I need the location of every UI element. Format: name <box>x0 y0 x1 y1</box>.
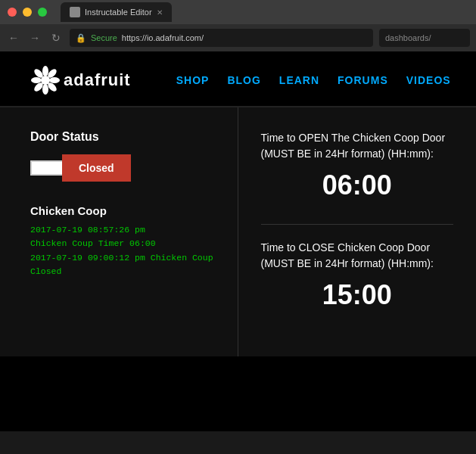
browser-titlebar: Instructable Editor ✕ <box>0 0 476 24</box>
secure-icon: 🔒 <box>76 33 86 43</box>
door-toggle: Closed <box>30 154 215 182</box>
open-time-label: Time to OPEN The Chicken Coop Door (MUST… <box>261 130 454 162</box>
active-tab[interactable]: Instructable Editor ✕ <box>61 2 172 22</box>
dashboard: Door Status Closed Chicken Coop 2017-07-… <box>0 107 476 356</box>
url-text: https://io.adafruit.com/ <box>122 33 204 42</box>
nav-videos[interactable]: VIDEOS <box>406 74 451 86</box>
close-time-label: Time to CLOSE Chicken Coop Door (MUST BE… <box>261 240 454 272</box>
forward-button[interactable]: → <box>27 32 42 44</box>
traffic-light-close[interactable] <box>8 8 17 17</box>
open-time-value: 06:00 <box>261 169 454 201</box>
right-panel: Time to OPEN The Chicken Coop Door (MUST… <box>238 107 477 356</box>
tab-close-button[interactable]: ✕ <box>157 8 163 17</box>
log-entry-2: Chicken Coup Timer 06:00 <box>30 237 215 250</box>
traffic-light-maximize[interactable] <box>38 8 47 17</box>
left-panel: Door Status Closed Chicken Coop 2017-07-… <box>0 107 238 356</box>
site-content: adafruit SHOP BLOG LEARN FORUMS VIDEOS D… <box>0 51 476 431</box>
chicken-coop-title: Chicken Coop <box>30 204 215 217</box>
svg-point-4 <box>49 77 60 83</box>
back-button[interactable]: ← <box>6 32 21 44</box>
nav-learn[interactable]: LEARN <box>279 74 319 86</box>
toggle-open-button[interactable] <box>30 160 62 176</box>
toggle-closed-button[interactable]: Closed <box>62 154 131 182</box>
close-time-value: 15:00 <box>261 279 454 311</box>
svg-point-3 <box>31 77 42 83</box>
tab-favicon <box>70 7 80 17</box>
site-header: adafruit SHOP BLOG LEARN FORUMS VIDEOS <box>0 51 476 107</box>
door-status-title: Door Status <box>30 130 215 144</box>
address-bar[interactable]: 🔒 Secure https://io.adafruit.com/ <box>70 29 373 47</box>
address-bar-row: ← → ↻ 🔒 Secure https://io.adafruit.com/ … <box>0 24 476 51</box>
log-entry-4: Closed <box>30 265 215 278</box>
main-nav: SHOP BLOG LEARN FORUMS VIDEOS <box>176 74 451 86</box>
svg-point-2 <box>42 84 48 95</box>
secure-label: Secure <box>91 33 117 42</box>
traffic-light-minimize[interactable] <box>23 8 32 17</box>
tab-empty <box>181 7 226 22</box>
logo-area: adafruit <box>30 65 131 95</box>
log-entry-3: 2017-07-19 09:00:12 pm Chicken Coup <box>30 251 215 265</box>
divider <box>261 224 454 225</box>
nav-blog[interactable]: BLOG <box>227 74 260 86</box>
browser-chrome: Instructable Editor ✕ ← → ↻ 🔒 Secure htt… <box>0 0 476 51</box>
svg-point-1 <box>42 66 48 76</box>
address-bar-right[interactable]: dashboards/ <box>379 29 470 47</box>
tab-title: Instructable Editor <box>85 8 152 17</box>
log-entry-1: 2017-07-19 08:57:26 pm <box>30 223 215 237</box>
logo-text: adafruit <box>64 70 131 90</box>
nav-shop[interactable]: SHOP <box>176 74 210 86</box>
log-entries: 2017-07-19 08:57:26 pm Chicken Coup Time… <box>30 223 215 279</box>
url-right-text: dashboards/ <box>385 33 431 42</box>
nav-forums[interactable]: FORUMS <box>338 74 388 86</box>
refresh-button[interactable]: ↻ <box>48 32 64 44</box>
adafruit-logo-icon <box>30 65 61 95</box>
